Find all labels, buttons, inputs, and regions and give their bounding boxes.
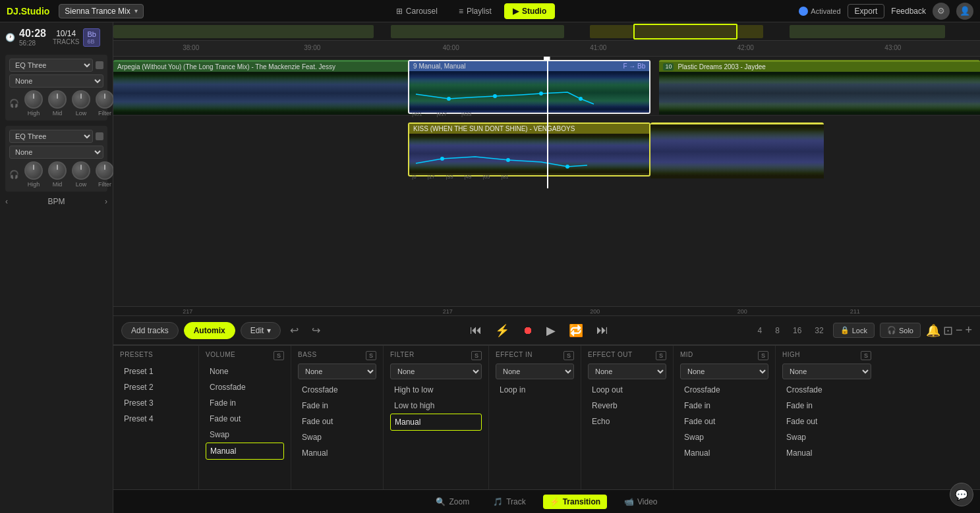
track-view-tab[interactable]: 🎵 Track xyxy=(486,495,533,509)
grid-16[interactable]: 16 xyxy=(789,323,805,338)
grid-8[interactable]: 8 xyxy=(771,323,784,338)
effect-in-loop[interactable]: Loop in xyxy=(496,382,574,398)
mid-swap[interactable]: Swap xyxy=(680,429,768,445)
mix-selector[interactable]: Sienna Trance Mix ▾ xyxy=(59,4,143,18)
filter-knob-1[interactable] xyxy=(96,90,114,109)
grid-32[interactable]: 32 xyxy=(811,323,827,338)
effect-in-dropdown[interactable]: None xyxy=(496,364,574,379)
track-block-9-selected[interactable]: 9 Manual, Manual F → Bb xyxy=(408,60,650,114)
volume-swap[interactable]: Swap xyxy=(206,427,284,443)
lock-button[interactable]: 🔒 Lock xyxy=(833,323,875,338)
bass-s-btn[interactable]: S xyxy=(366,351,376,360)
high-s-btn[interactable]: S xyxy=(861,351,871,360)
headphone-icon-2[interactable]: 🎧 xyxy=(9,170,19,179)
carousel-tab[interactable]: ⊞ Carousel xyxy=(388,3,446,19)
mid-fade-out[interactable]: Fade out xyxy=(680,414,768,429)
bass-crossfade[interactable]: Crossfade xyxy=(298,382,376,398)
mid-knob-2[interactable] xyxy=(48,161,67,180)
mid-manual[interactable]: Manual xyxy=(680,445,768,461)
volume-fade-out[interactable]: Fade out xyxy=(206,411,284,427)
track-block-kiss-ext[interactable] xyxy=(650,122,824,176)
bpm-right-arrow[interactable]: › xyxy=(105,197,107,206)
bass-dropdown[interactable]: None xyxy=(298,364,376,379)
automix-button[interactable]: Automix xyxy=(184,322,235,339)
effect-in-s-btn[interactable]: S xyxy=(563,351,574,360)
zoom-view-tab[interactable]: 🔍 Zoom xyxy=(429,495,476,509)
user-avatar[interactable]: 👤 xyxy=(956,3,973,20)
settings-icon[interactable]: ⚙ xyxy=(933,3,950,20)
high-crossfade[interactable]: Crossfade xyxy=(782,382,871,398)
high-swap[interactable]: Swap xyxy=(782,429,871,445)
playlist-tab[interactable]: ≡ Playlist xyxy=(450,3,500,19)
mid-crossfade[interactable]: Crossfade xyxy=(680,382,768,398)
volume-crossfade[interactable]: Crossfade xyxy=(206,379,284,395)
timeline-overview[interactable] xyxy=(113,22,980,41)
grid-4[interactable]: 4 xyxy=(754,323,766,338)
mid-dropdown[interactable]: None xyxy=(680,364,768,379)
volume-s-btn[interactable]: S xyxy=(274,351,284,360)
effect-out-loop[interactable]: Loop out xyxy=(588,382,666,398)
export-button[interactable]: Export xyxy=(848,4,885,18)
track-block-10[interactable]: 10 Plastic Dreams 2003 - Jaydee xyxy=(659,60,980,114)
zoom-in-button[interactable]: + xyxy=(965,323,972,338)
eq-type-select-2[interactable]: EQ Three xyxy=(9,130,93,143)
headphone-icon-1[interactable]: 🎧 xyxy=(9,99,19,108)
studio-tab[interactable]: ▶ Studio xyxy=(504,3,555,19)
filter-high-to-low[interactable]: High to low xyxy=(390,382,482,398)
eq-filter-select-1[interactable]: None xyxy=(9,74,103,88)
screen-icon[interactable]: ⊡ xyxy=(943,323,953,338)
mid-s-btn[interactable]: S xyxy=(758,351,768,360)
track-block-kiss-selected[interactable]: KISS (WHEN THE SUN DONT SHINE) - VENGABO… xyxy=(408,122,650,176)
transition-view-tab[interactable]: ⚡ Transition xyxy=(543,495,607,509)
filter-s-btn[interactable]: S xyxy=(471,351,482,360)
volume-none[interactable]: None xyxy=(206,364,284,379)
track-block-8[interactable]: Arpegia (Without You) (The Long Trance M… xyxy=(113,60,425,114)
skip-forward-button[interactable]: ⏭ xyxy=(594,321,611,340)
high-dropdown[interactable]: None xyxy=(782,364,871,379)
feedback-button[interactable]: Feedback xyxy=(891,7,926,16)
edit-button[interactable]: Edit ▾ xyxy=(241,322,281,339)
high-knob-2[interactable] xyxy=(24,161,43,180)
filter-knob-2[interactable] xyxy=(96,161,114,180)
high-knob-1[interactable] xyxy=(24,90,43,109)
skip-back-button[interactable]: ⏮ xyxy=(467,321,484,340)
mix-transition-button[interactable]: ⚡ xyxy=(492,321,512,340)
add-tracks-button[interactable]: Add tracks xyxy=(121,322,179,339)
record-button[interactable]: ⏺ xyxy=(520,322,536,339)
mid-fade-in[interactable]: Fade in xyxy=(680,398,768,414)
volume-fade-in[interactable]: Fade in xyxy=(206,395,284,411)
video-view-tab[interactable]: 📹 Video xyxy=(618,495,664,509)
filter-low-to-high[interactable]: Low to high xyxy=(390,398,482,414)
eq-filter-select-2[interactable]: None xyxy=(9,146,103,159)
mid-knob-1[interactable] xyxy=(48,90,67,109)
preset-1[interactable]: Preset 1 xyxy=(120,364,192,379)
preset-2[interactable]: Preset 2 xyxy=(120,379,192,395)
high-fade-out[interactable]: Fade out xyxy=(782,414,871,429)
effect-out-reverb[interactable]: Reverb xyxy=(588,398,666,414)
play-button[interactable]: ▶ xyxy=(544,321,558,340)
eq-toggle-1[interactable] xyxy=(96,61,103,69)
low-knob-2[interactable] xyxy=(72,161,90,180)
redo-button[interactable]: ↪ xyxy=(308,321,324,339)
bell-icon[interactable]: 🔔 xyxy=(926,323,940,338)
high-fade-in[interactable]: Fade in xyxy=(782,398,871,414)
filter-manual[interactable]: Manual xyxy=(390,414,482,431)
bpm-left-arrow[interactable]: ‹ xyxy=(5,197,8,206)
preset-4[interactable]: Preset 4 xyxy=(120,411,192,427)
high-manual[interactable]: Manual xyxy=(782,445,871,461)
eq-toggle-2[interactable] xyxy=(96,132,103,140)
preset-3[interactable]: Preset 3 xyxy=(120,395,192,411)
bass-fade-in[interactable]: Fade in xyxy=(298,398,376,414)
eq-type-select-1[interactable]: EQ Three xyxy=(9,59,93,72)
bass-manual[interactable]: Manual xyxy=(298,445,376,461)
effect-out-echo[interactable]: Echo xyxy=(588,414,666,429)
loop-button[interactable]: 🔁 xyxy=(566,321,586,340)
effect-out-dropdown[interactable]: None xyxy=(588,364,666,379)
bass-swap[interactable]: Swap xyxy=(298,429,376,445)
overview-highlight[interactable] xyxy=(633,24,737,40)
bass-fade-out[interactable]: Fade out xyxy=(298,414,376,429)
effect-out-s-btn[interactable]: S xyxy=(656,351,666,360)
undo-button[interactable]: ↩ xyxy=(286,321,303,339)
chat-bubble[interactable]: 💬 xyxy=(950,483,973,506)
solo-button[interactable]: 🎧 Solo xyxy=(880,323,921,338)
